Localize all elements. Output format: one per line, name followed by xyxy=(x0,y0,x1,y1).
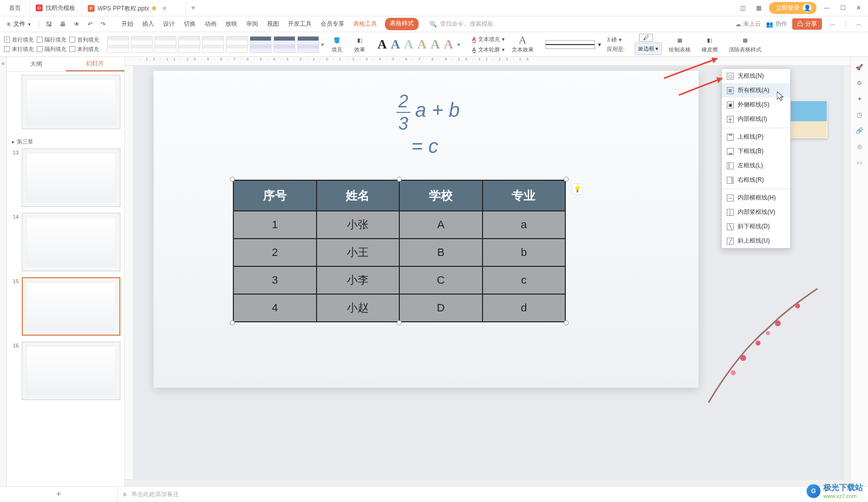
td[interactable]: A xyxy=(399,211,483,239)
add-slide-button[interactable]: + xyxy=(0,486,118,502)
notes-icon[interactable]: ≡ xyxy=(123,491,126,498)
close-icon[interactable]: ✕ xyxy=(853,2,864,13)
rtab-start[interactable]: 开始 xyxy=(120,18,134,30)
dd-top-border[interactable]: ▔上框线(P) xyxy=(722,130,790,144)
chk-alt-col[interactable]: 隔列填充 xyxy=(37,46,66,53)
wordart-style[interactable]: A xyxy=(444,37,453,52)
td[interactable]: d xyxy=(483,294,566,322)
style-thumb[interactable] xyxy=(107,36,129,53)
new-tab-button[interactable]: + xyxy=(186,3,201,12)
th[interactable]: 专业 xyxy=(483,180,566,211)
style-thumb[interactable] xyxy=(226,36,248,53)
book-icon[interactable]: ▭ xyxy=(857,159,862,166)
dd-no-border[interactable]: ▢无框线(N) xyxy=(722,69,790,83)
selection-handle[interactable] xyxy=(397,177,402,182)
minimize-icon[interactable]: — xyxy=(821,2,832,13)
effect-button[interactable]: ◧效果 xyxy=(350,35,370,53)
td[interactable]: 小李 xyxy=(317,266,400,294)
clear-style-button[interactable]: ▦清除表格样式 xyxy=(725,35,765,53)
wordart-style[interactable]: A xyxy=(378,37,387,52)
td[interactable]: 小张 xyxy=(317,211,400,239)
rtab-view[interactable]: 视图 xyxy=(266,18,280,30)
rocket-icon[interactable]: 🚀 xyxy=(856,64,863,71)
eraser-button[interactable]: ◧橡皮擦 xyxy=(698,35,722,53)
tab-outline[interactable]: 大纲 xyxy=(7,57,66,71)
tab-slides[interactable]: 幻灯片 xyxy=(66,57,125,71)
coop-button[interactable]: 👥协作 xyxy=(766,20,787,28)
td[interactable]: a xyxy=(483,211,566,239)
dd-diag-down[interactable]: ╲斜下框线(D) xyxy=(722,219,790,234)
td[interactable]: C xyxy=(399,266,483,294)
td[interactable]: c xyxy=(483,266,566,294)
rtab-devtools[interactable]: 开发工具 xyxy=(287,18,313,30)
notes-placeholder[interactable]: 单击此处添加备注 xyxy=(131,490,179,499)
wordart-gallery[interactable]: A A A A A A ▾ xyxy=(373,37,465,52)
style-thumb[interactable] xyxy=(131,36,153,53)
window-layout-icon[interactable]: ◫ xyxy=(737,2,748,13)
command-search[interactable]: 🔍 查找命令、搜索模板 xyxy=(430,20,493,28)
ribbon-collapse-icon[interactable]: ︿ xyxy=(827,18,839,30)
thumbnails[interactable]: ▸ 第三章 13 14 15 16 xyxy=(7,72,124,486)
td[interactable]: 2 xyxy=(233,239,317,266)
th[interactable]: 学校 xyxy=(399,180,483,211)
selection-handle[interactable] xyxy=(564,177,569,182)
section-header[interactable]: ▸ 第三章 xyxy=(11,135,120,149)
tab-document[interactable]: P WPS PPT教程.pptx ✕ xyxy=(82,0,186,16)
chk-alt-row[interactable]: 隔行填充 xyxy=(37,36,66,44)
gallery-more-icon[interactable]: ▾ xyxy=(321,41,324,48)
rtab-vip[interactable]: 会员专享 xyxy=(320,18,345,30)
td[interactable]: 小王 xyxy=(317,239,400,266)
wordart-style[interactable]: A xyxy=(431,37,440,52)
th[interactable]: 姓名 xyxy=(317,180,400,211)
print-icon[interactable]: 🖶 xyxy=(57,19,69,30)
selection-handle[interactable] xyxy=(230,177,235,182)
td[interactable]: 4 xyxy=(233,294,317,322)
selection-handle[interactable] xyxy=(230,320,235,325)
slide-thumb-13[interactable] xyxy=(22,149,120,207)
settings-icon[interactable]: ⚙ xyxy=(857,80,862,87)
wordart-style[interactable]: A xyxy=(417,37,427,52)
td[interactable]: 小赵 xyxy=(317,294,400,322)
cloud-status[interactable]: ☁未上云 xyxy=(735,20,761,28)
chevron-down-icon[interactable]: ▾ xyxy=(598,41,601,48)
layers-icon[interactable]: ◳ xyxy=(857,111,862,118)
fill-button[interactable]: 🪣填充 xyxy=(327,35,347,53)
chk-last-col[interactable]: 末列填充 xyxy=(69,46,99,53)
save-icon[interactable]: 🖫 xyxy=(43,19,55,30)
text-effect-button[interactable]: A文本效果 xyxy=(508,35,538,53)
dd-inner-h[interactable]: ─内部横框线(H) xyxy=(722,191,790,205)
collapse-bar[interactable]: « xyxy=(0,57,7,486)
td[interactable]: B xyxy=(399,239,483,266)
tab-home[interactable]: 首页 xyxy=(0,0,30,16)
dd-inner-v[interactable]: │内部竖框线(V) xyxy=(722,205,790,219)
chk-last-row[interactable]: 末行填充 xyxy=(4,46,34,53)
print-preview-icon[interactable]: 👁 xyxy=(71,19,83,30)
tab-templates[interactable]: D 找稻壳模板 xyxy=(30,0,82,16)
apps-icon[interactable]: ▦ xyxy=(753,2,764,13)
dd-diag-up[interactable]: ╱斜上框线(U) xyxy=(722,234,790,248)
selection-handle[interactable] xyxy=(564,320,569,325)
rtab-transition[interactable]: 切换 xyxy=(183,18,197,30)
tab-close-icon[interactable]: ✕ xyxy=(162,5,167,12)
maximize-icon[interactable]: ☐ xyxy=(837,2,848,13)
slide-thumb-14[interactable] xyxy=(22,213,120,271)
text-fill-button[interactable]: A̲文本填充▾ xyxy=(472,36,505,43)
selected-table[interactable]: 序号 姓名 学校 专业 1小张Aa 2小王Bb 3小李Cc 4小赵Dd xyxy=(233,180,566,322)
rtab-slideshow[interactable]: 放映 xyxy=(224,18,238,30)
login-button[interactable]: 立即登录 👤 xyxy=(769,2,816,14)
pen-color-button[interactable]: 🖊 xyxy=(639,34,653,42)
rtab-design[interactable]: 设计 xyxy=(162,18,176,30)
td[interactable]: b xyxy=(483,239,566,266)
table-style-gallery[interactable]: ▾ xyxy=(107,36,324,53)
td[interactable]: D xyxy=(399,294,483,322)
text-outline-button[interactable]: A̲文本轮廓▾ xyxy=(472,46,505,53)
td[interactable]: 1 xyxy=(233,211,317,239)
style-thumb[interactable] xyxy=(250,36,271,53)
chk-first-row[interactable]: ✓首行填充 xyxy=(4,36,34,44)
sparkle-icon[interactable]: ✦ xyxy=(857,96,862,102)
slide-thumb[interactable] xyxy=(22,75,120,129)
dd-bottom-border[interactable]: ▁下框线(B) xyxy=(722,144,790,158)
rtab-animation[interactable]: 动画 xyxy=(204,18,217,30)
link-icon[interactable]: 🔗 xyxy=(856,127,863,134)
line-weight-select[interactable]: 3 磅▾ xyxy=(607,36,625,44)
